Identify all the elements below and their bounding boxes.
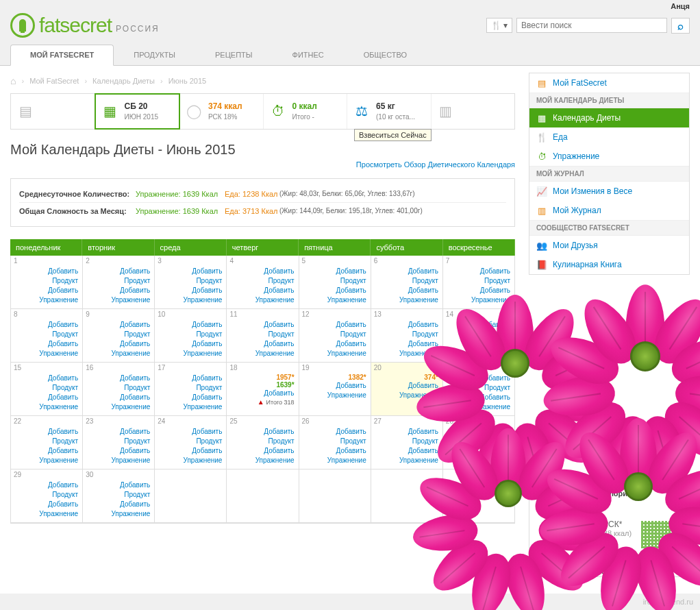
calendar-add-link[interactable]: Добавить (15, 427, 78, 437)
sidebar-diet-calendar[interactable]: ▦ Календарь Диеты (529, 108, 689, 127)
calendar-cell[interactable]: 6ДобавитьПродуктДобавитьУпражнение (371, 256, 443, 309)
calendar-cell[interactable]: 24ДобавитьПродуктДобавитьУпражнение (155, 416, 227, 469)
calendar-add-link[interactable]: Упражнение (375, 349, 438, 358)
calendar-add-link[interactable]: Упражнение (15, 456, 78, 465)
calendar-add-link[interactable]: Продукт (303, 330, 366, 339)
home-icon[interactable]: ⌂ (10, 75, 16, 86)
calendar-cell[interactable]: 12ДобавитьПродуктДобавитьУпражнение (299, 309, 371, 363)
calendar-cell[interactable]: 13ДобавитьПродуктДобавитьУпражнение (371, 309, 443, 363)
calendar-add-link[interactable]: Упражнение (15, 295, 78, 305)
calendar-add-link[interactable]: Добавить (231, 286, 294, 295)
calendar-add-link[interactable]: Продукт (447, 330, 510, 339)
calendar-add-link[interactable]: Продукт (303, 276, 366, 286)
search-category-select[interactable]: 🍴 ▾ (486, 18, 512, 33)
calendar-add-link[interactable]: Добавить (231, 320, 294, 330)
calendar-cell[interactable]: 27ДобавитьПродуктДобавитьУпражнение (371, 416, 443, 469)
calendar-add-link[interactable]: Добавить (375, 339, 438, 349)
calendar-add-link[interactable]: Добавить (303, 446, 366, 456)
calendar-add-link[interactable]: Продукт (231, 437, 294, 446)
sidebar-my-fatsecret[interactable]: ▤ Мой FatSecret (529, 73, 689, 93)
calendar-add-link[interactable]: Упражнение (303, 456, 366, 465)
tab-my-fatsecret[interactable]: МОЙ FATSECRET (10, 45, 114, 66)
calendar-add-link[interactable]: Продукт (231, 330, 294, 339)
calendar-cell[interactable]: 22ДобавитьПродуктДобавитьУпражнение (11, 416, 83, 469)
calendar-add-link[interactable]: Добавить (447, 267, 510, 276)
calendar-add-link[interactable]: Добавить (447, 339, 510, 349)
calendar-add-link[interactable]: Упражнение (447, 349, 510, 358)
calendar-cell[interactable]: 20374*ДобавитьУпражнение (371, 363, 443, 416)
calendar-add-link[interactable]: Добавить (15, 393, 78, 402)
calendar-add-link[interactable]: Добавить (159, 427, 222, 437)
calendar-add-link[interactable]: Добавить (87, 427, 150, 437)
calendar-add-link[interactable]: Продукт (447, 437, 510, 446)
calendar-cell[interactable]: 17ДобавитьПродуктДобавитьУпражнение (155, 363, 227, 416)
stat-food[interactable]: ◯ 374 ккал РСК 18% (179, 94, 264, 129)
tab-fitness[interactable]: ФИТНЕС (273, 45, 344, 65)
calendar-add-link[interactable]: Упражнение (231, 456, 294, 465)
calendar-add-link[interactable]: Добавить (87, 500, 150, 509)
calendar-add-link[interactable]: Добавить (447, 427, 510, 437)
crumb-3[interactable]: Июнь 2015 (168, 77, 207, 85)
calendar-add-link[interactable]: Упражнение (15, 402, 78, 412)
calendar-cell[interactable]: 7ДобавитьПродуктДобавитьУпражнение (443, 256, 514, 309)
tab-community[interactable]: ОБЩЕСТВО (344, 45, 427, 65)
calendar-add-link[interactable]: Добавить (15, 480, 78, 490)
calendar-cell[interactable] (299, 469, 371, 523)
stat-notes[interactable]: ▤ (11, 94, 95, 129)
calendar-add-link[interactable]: Упражнение (303, 295, 366, 305)
calendar-add-link[interactable]: Добавить (87, 480, 150, 490)
stat-exercise[interactable]: ⏱ 0 ккал Итого - (264, 94, 348, 129)
calendar-add-link[interactable]: Упражнение (159, 295, 222, 305)
calendar-add-link[interactable]: Упражнение (447, 456, 510, 465)
calendar-add-link[interactable]: Продукт (231, 276, 294, 286)
calendar-cell[interactable]: 21ДобавитьПродуктДобавитьУпражнение (443, 363, 514, 416)
calendar-cell[interactable]: 8ДобавитьПродуктДобавитьУпражнение (11, 309, 83, 363)
calendar-add-link[interactable]: Добавить (447, 320, 510, 330)
calendar-cell[interactable]: 4ДобавитьПродуктДобавитьУпражнение (227, 256, 299, 309)
calendar-add-link[interactable]: Добавить (447, 286, 510, 295)
calendar-add-link[interactable]: Добавить (15, 500, 78, 509)
search-button[interactable]: ⌕ (671, 18, 690, 34)
crumb-2[interactable]: Календарь Диеты (92, 77, 155, 85)
calendar-add-link[interactable]: Добавить (159, 446, 222, 456)
calendar-add-link[interactable]: Продукт (87, 330, 150, 339)
crumb-1[interactable]: Мой FatSecret (29, 77, 79, 85)
calendar-cell[interactable]: 9ДобавитьПродуктДобавитьУпражнение (83, 309, 155, 363)
calendar-add-link[interactable]: Добавить (303, 267, 366, 276)
calendar-add-link[interactable]: Упражнение (87, 456, 150, 465)
calendar-cell[interactable]: 5ДобавитьПродуктДобавитьУпражнение (299, 256, 371, 309)
calendar-add-link[interactable]: Продукт (375, 437, 438, 446)
calendar-cell[interactable]: 25ДобавитьПродуктДобавитьУпражнение (227, 416, 299, 469)
calendar-add-link[interactable]: Упражнение (87, 402, 150, 412)
calendar-add-link[interactable]: Продукт (303, 437, 366, 446)
calendar-add-link[interactable]: Упражнение (447, 295, 510, 305)
calendar-add-link[interactable]: Продукт (87, 383, 150, 393)
stat-journal[interactable]: ▥ (432, 94, 515, 129)
calendar-cell[interactable]: 23ДобавитьПродуктДобавитьУпражнение (83, 416, 155, 469)
calendar-add-link[interactable]: Добавить (447, 393, 510, 402)
calendar-add-link[interactable]: Добавить (87, 320, 150, 330)
calendar-add-link[interactable]: Добавить (15, 267, 78, 276)
calendar-add-link[interactable]: Добавить (87, 339, 150, 349)
calendar-cell[interactable] (227, 469, 299, 523)
calendar-add-link[interactable]: Добавить (15, 320, 78, 330)
calendar-add-link[interactable]: Продукт (447, 383, 510, 393)
calendar-add-link[interactable]: Добавить (231, 427, 294, 437)
calendar-add-link[interactable]: Упражнение (303, 349, 366, 358)
calendar-add-link[interactable]: Продукт (159, 276, 222, 286)
calendar-add-link[interactable]: Добавить (87, 446, 150, 456)
calendar-add-link[interactable]: Упражнение (375, 295, 438, 305)
calendar-add-link[interactable]: Продукт (87, 437, 150, 446)
calendar-add-link[interactable]: Добавить (15, 286, 78, 295)
calendar-add-link[interactable]: Упражнение (231, 295, 294, 305)
calendar-cell[interactable]: 30ДобавитьПродуктДобавитьУпражнение (83, 469, 155, 523)
calendar-add-link[interactable]: Упражнение (15, 349, 78, 358)
calendar-cell[interactable]: 181957*1639*Добавить▲ Итого 318 (227, 363, 299, 416)
calendar-add-link[interactable]: Добавить (159, 393, 222, 402)
calendar-cell[interactable]: 10ДобавитьПродуктДобавитьУпражнение (155, 309, 227, 363)
sidebar-cookbook[interactable]: 📕 Кулинарная Книга (529, 255, 689, 274)
calendar-cell[interactable]: 191382*ДобавитьУпражнение (299, 363, 371, 416)
calendar-cell[interactable]: 1ДобавитьПродуктДобавитьУпражнение (11, 256, 83, 309)
calendar-cell[interactable]: 26ДобавитьПродуктДобавитьУпражнение (299, 416, 371, 469)
calendar-add-link[interactable]: Упражнение (15, 509, 78, 519)
